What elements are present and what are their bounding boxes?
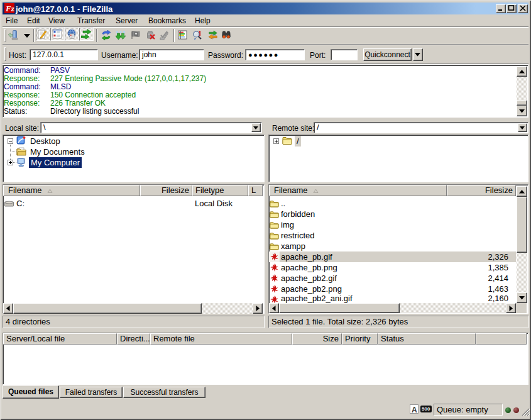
- svg-text:Fz: Fz: [5, 4, 14, 13]
